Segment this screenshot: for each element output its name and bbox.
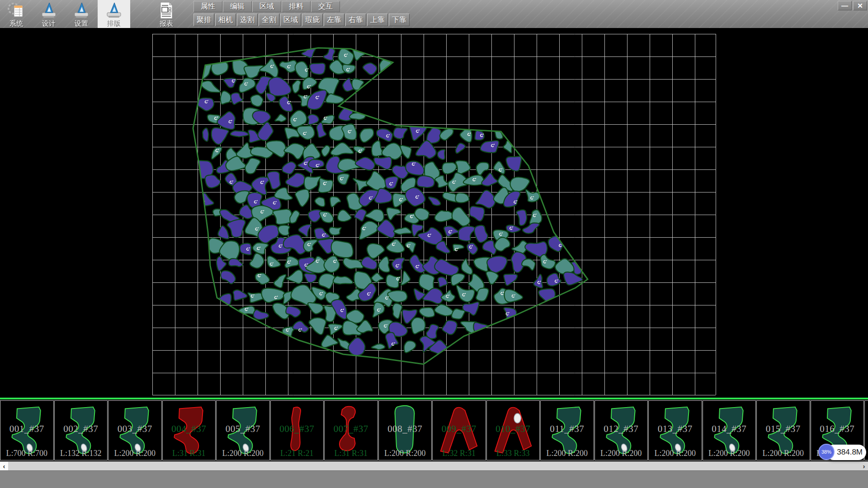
- tool-button-左靠[interactable]: 左靠: [324, 14, 344, 26]
- scroll-right-button[interactable]: ›: [860, 462, 868, 470]
- piece-name: 012_#37: [595, 423, 648, 435]
- piece-thumbnail-003_#37[interactable]: 003_#37L:200 R:200: [108, 400, 162, 460]
- mode-button-排版[interactable]: 排版: [98, 0, 130, 28]
- menu-tab-排料[interactable]: 排料: [282, 1, 311, 12]
- piece-lr-count: L:200 R:200: [108, 449, 161, 458]
- piece-thumbnail-015_#37[interactable]: 015_#37L:200 R:200: [756, 400, 810, 460]
- strip-divider-line: [0, 398, 868, 399]
- piece-thumbnail-005_#37[interactable]: 005_#37L:200 R:200: [216, 400, 270, 460]
- piece-name: 002_#37: [55, 423, 108, 435]
- design-icon: [40, 1, 58, 19]
- mode-button-label: 报表: [160, 19, 173, 27]
- mode-button-设计[interactable]: 设计: [33, 0, 65, 28]
- menu-tab-bar: 属性编辑区域排料交互: [193, 1, 340, 12]
- piece-lr-count: L:200 R:200: [595, 449, 648, 458]
- piece-thumbnail-002_#37[interactable]: 002_#37L:132 R:132: [54, 400, 108, 460]
- close-button[interactable]: ✕: [853, 1, 867, 10]
- piece-name: 011_#37: [541, 423, 594, 435]
- piece-name: 014_#37: [703, 423, 756, 435]
- piece-name: 005_#37: [217, 423, 269, 435]
- piece-lr-count: L:700 R:700: [0, 449, 53, 458]
- piece-name: 006_#37: [271, 423, 324, 435]
- nesting-canvas[interactable]: [0, 28, 868, 398]
- piece-name: 015_#37: [757, 423, 810, 435]
- piece-name: 013_#37: [649, 423, 702, 435]
- scroll-left-button[interactable]: ‹: [0, 462, 8, 470]
- tool-button-区域[interactable]: 区域: [280, 14, 301, 26]
- piece-name: 007_#37: [325, 423, 377, 435]
- piece-name: 001_#37: [0, 423, 53, 435]
- menu-tab-编辑[interactable]: 编辑: [223, 1, 252, 12]
- menu-tab-交互[interactable]: 交互: [311, 1, 340, 12]
- piece-lr-count: L:21 R:21: [271, 449, 324, 458]
- workspace: [0, 28, 868, 398]
- piece-name: 003_#37: [108, 423, 161, 435]
- piece-lr-count: L:31 R:31: [163, 449, 216, 458]
- piece-name: 016_#37: [811, 423, 864, 435]
- status-bar: [0, 470, 868, 488]
- piece-lr-count: L:200 R:200: [541, 449, 594, 458]
- piece-thumbnail-strip: 001_#37L:700 R:700002_#37L:132 R:132003_…: [0, 400, 868, 460]
- piece-lr-count: L:32 R:31: [433, 449, 486, 458]
- piece-lr-count: L:200 R:200: [379, 449, 432, 458]
- piece-thumbnail-014_#37[interactable]: 014_#37L:200 R:200: [703, 400, 756, 460]
- mode-button-报表[interactable]: 报表: [150, 0, 183, 28]
- nesting-icon: [105, 1, 123, 19]
- piece-name: 008_#37: [379, 423, 432, 435]
- piece-name: 004_#37: [163, 423, 216, 435]
- minimize-button[interactable]: —: [838, 1, 852, 10]
- mode-button-设置[interactable]: 设置: [65, 0, 98, 28]
- piece-thumbnail-007_#37[interactable]: 007_#37L:31 R:31: [324, 400, 378, 460]
- piece-thumbnail-010_#37[interactable]: 010_#37L:33 R:33: [486, 400, 540, 460]
- piece-lr-count: L:33 R:33: [487, 449, 540, 458]
- application-window: 系统设计设置排版报表 属性编辑区域排料交互 聚排相机选割全割区域瑕疵左靠右靠上靠…: [0, 0, 868, 488]
- mode-button-label: 系统: [9, 19, 23, 27]
- piece-name: 010_#37: [487, 423, 540, 435]
- tool-button-选割[interactable]: 选割: [237, 14, 258, 26]
- system-icon: [7, 1, 25, 19]
- piece-lr-count: L:200 R:200: [649, 449, 702, 458]
- piece-thumbnail-006_#37[interactable]: 006_#37L:21 R:21: [270, 400, 324, 460]
- piece-lr-count: L:132 R:132: [55, 449, 108, 458]
- piece-thumbnail-013_#37[interactable]: 013_#37L:200 R:200: [648, 400, 702, 460]
- tool-button-聚排[interactable]: 聚排: [193, 14, 214, 26]
- top-toolbar: 系统设计设置排版报表 属性编辑区域排料交互 聚排相机选割全割区域瑕疵左靠右靠上靠…: [0, 0, 868, 28]
- mode-button-label: 设计: [42, 19, 56, 27]
- tool-button-全割[interactable]: 全割: [259, 14, 279, 26]
- piece-thumbnail-012_#37[interactable]: 012_#37L:200 R:200: [594, 400, 648, 460]
- piece-name: 017_#37: [865, 423, 868, 435]
- tool-button-上靠[interactable]: 上靠: [367, 14, 388, 26]
- tool-button-下靠[interactable]: 下靠: [389, 14, 410, 26]
- report-icon: [157, 1, 175, 19]
- tool-button-相机[interactable]: 相机: [215, 14, 236, 26]
- mode-button-label: 排版: [107, 19, 121, 27]
- tool-button-右靠[interactable]: 右靠: [345, 14, 366, 26]
- piece-name: 009_#37: [433, 423, 486, 435]
- settings-icon: [72, 1, 90, 19]
- horizontal-scrollbar[interactable]: ‹ ›: [0, 461, 868, 470]
- menu-tab-区域[interactable]: 区域: [252, 1, 281, 12]
- main-mode-buttons: 系统设计设置排版报表: [0, 0, 183, 28]
- memory-percent-badge: 38%: [818, 444, 835, 460]
- piece-lr-count: L:200 R:200: [703, 449, 756, 458]
- piece-thumbnail-001_#37[interactable]: 001_#37L:700 R:700: [0, 400, 54, 460]
- piece-lr-count: L:200 R:200: [217, 449, 269, 458]
- tool-button-瑕疵[interactable]: 瑕疵: [302, 14, 323, 26]
- piece-thumbnail-008_#37[interactable]: 008_#37L:200 R:200: [378, 400, 432, 460]
- piece-thumbnail-011_#37[interactable]: 011_#37L:200 R:200: [540, 400, 594, 460]
- window-controls: — ✕: [838, 1, 867, 10]
- mode-button-系统[interactable]: 系统: [0, 0, 33, 28]
- piece-lr-count: L:31 R:31: [325, 449, 377, 458]
- piece-thumbnail-009_#37[interactable]: 009_#37L:32 R:31: [432, 400, 486, 460]
- menu-tab-属性[interactable]: 属性: [193, 1, 222, 12]
- memory-usage-badge: 384.8M 38%: [818, 444, 867, 461]
- piece-thumbnail-004_#37[interactable]: 004_#37L:31 R:31: [162, 400, 216, 460]
- mode-button-label: 设置: [75, 19, 88, 27]
- tool-button-bar: 聚排相机选割全割区域瑕疵左靠右靠上靠下靠: [193, 14, 410, 26]
- piece-lr-count: L:200 R:200: [757, 449, 810, 458]
